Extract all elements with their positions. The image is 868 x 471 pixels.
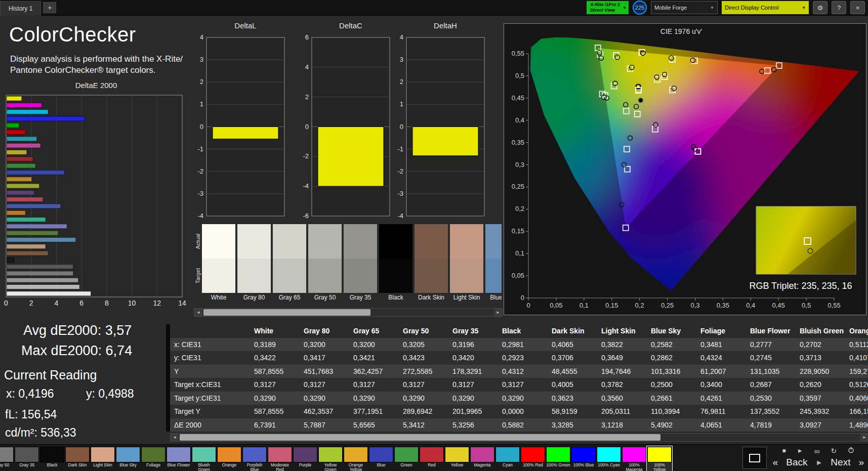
patch-color [192, 447, 216, 462]
power-icon[interactable] [848, 447, 854, 455]
swatch-scrollbar[interactable]: ◄ ► [194, 308, 503, 317]
stop-icon[interactable]: ■ [782, 447, 786, 454]
toolbar-patch-Foliage[interactable]: Foliage [141, 446, 166, 471]
table-cell: 5,3256 [448, 418, 498, 432]
toolbar-patch-Blue Sky[interactable]: Blue Sky [115, 446, 141, 471]
column-header: Light Skin [597, 324, 647, 338]
deltae-chart-title: DeltaE 2000 [0, 81, 192, 90]
de-bar-Magenta [7, 143, 40, 148]
table-cell: 0,3706 [548, 351, 597, 365]
pattern-toolbar: Gray 50Gray 35BlackDark SkinLight SkinBl… [0, 444, 868, 471]
back-button[interactable]: Back [786, 457, 807, 468]
loop-icon[interactable]: ∞ [814, 447, 820, 455]
toolbar-patch-Green[interactable]: Green [394, 446, 419, 471]
close-button[interactable]: × [850, 1, 865, 14]
table-cell: 0,3481 [696, 338, 746, 352]
table-cell: 0,3290 [448, 392, 498, 405]
next-chevron-icon[interactable]: » [858, 457, 864, 468]
settings-button[interactable]: ⚙ [813, 1, 828, 14]
toolbar-patch-Moderate Red[interactable]: Moderate Red [267, 446, 293, 471]
toolbar-patch-100% Cyan[interactable]: 100% Cyan [596, 446, 622, 471]
play-icon[interactable]: ► [797, 447, 803, 454]
scroll-right-icon[interactable]: ► [860, 434, 868, 441]
patch-swatch-Gray 50: Gray 50 [308, 224, 342, 305]
table-cell: 0,3623 [548, 392, 597, 405]
refresh-icon[interactable]: ↻ [831, 447, 837, 455]
advance-play-icon[interactable]: ► [815, 458, 822, 466]
cie-title: CIE 1976 u'v' [660, 27, 702, 35]
meter-dropdown[interactable]: X-Rite i1Pro 2 Direct View ▼ [587, 1, 629, 14]
row-label: Target x:CIE31 [170, 378, 250, 392]
back-chevron-icon[interactable]: « [773, 457, 778, 468]
toolbar-patch-Dark Skin[interactable]: Dark Skin [65, 446, 90, 471]
table-cell: 0,3290 [349, 392, 399, 405]
svg-text:0,1: 0,1 [580, 302, 589, 309]
pattern-window-icon [749, 454, 760, 462]
scrollbar-thumb[interactable] [180, 434, 660, 441]
table-scrollbar[interactable]: ◄ ► [170, 433, 868, 442]
scroll-right-icon[interactable]: ► [494, 309, 502, 316]
add-tab-button[interactable]: + [43, 2, 56, 13]
table-header-row: WhiteGray 80Gray 65Gray 50Gray 35BlackDa… [170, 324, 868, 338]
toolbar-patch-Cyan[interactable]: Cyan [495, 446, 520, 471]
meter-count-badge[interactable]: 225 [633, 1, 647, 15]
toolbar-patch-100% Yellow[interactable]: 100% Yellow [647, 446, 672, 471]
toolbar-patch-100% Magenta[interactable]: 100% Magenta [622, 446, 647, 471]
patch-swatch-White: White [202, 224, 235, 305]
svg-text:-3: -3 [197, 190, 203, 197]
de-bar-Blue Flower [7, 224, 67, 229]
svg-text:4: 4 [400, 33, 403, 41]
scrollbar-thumb[interactable] [203, 309, 370, 316]
svg-text:-4: -4 [197, 212, 203, 220]
chevron-down-icon: ▼ [623, 6, 627, 10]
history-tab[interactable]: History 1 [0, 1, 41, 16]
actual-color [273, 224, 306, 259]
toolbar-patch-Gray 50[interactable]: Gray 50 [0, 446, 14, 471]
toolbar-patch-Red[interactable]: Red [419, 446, 444, 471]
column-header: Foliage [696, 324, 746, 338]
table-cell: 0,3127 [349, 378, 399, 392]
patch-label: 100% Yellow [647, 463, 672, 471]
next-button[interactable]: Next [831, 457, 850, 468]
row-label: x: CIE31 [170, 338, 250, 352]
toolbar-patch-100% Red[interactable]: 100% Red [520, 446, 546, 471]
svg-text:1: 1 [200, 100, 203, 108]
target-color [415, 259, 448, 293]
toolbar-patch-Black[interactable]: Black [39, 446, 65, 471]
svg-text:0: 0 [305, 123, 309, 131]
toolbar-patch-Magenta[interactable]: Magenta [470, 446, 495, 471]
workflow-dropdown[interactable]: Mobile Forge ▼ [651, 1, 718, 14]
actual-color [344, 224, 377, 259]
table-cell: 0,2500 [647, 378, 696, 392]
scroll-left-icon[interactable]: ◄ [194, 309, 202, 316]
table-cell: 0,3290 [250, 392, 300, 405]
toolbar-patch-Yellow[interactable]: Yellow [444, 446, 470, 471]
scroll-left-icon[interactable]: ◄ [171, 434, 179, 441]
table-cell: 5,7887 [300, 418, 349, 432]
toolbar-patch-100% Blue[interactable]: 100% Blue [571, 446, 596, 471]
table-cell: 377,1951 [349, 405, 399, 418]
toolbar-patch-Purplish Blue[interactable]: Purplish Blue [242, 446, 267, 471]
toolbar-patch-Purple[interactable]: Purple [293, 446, 318, 471]
deltal-chart: 43210-1-2-3-4 [191, 29, 290, 224]
page-title: ColorChecker [9, 23, 136, 46]
toolbar-patch-Orange Yellow[interactable]: Orange Yellow [343, 446, 368, 471]
row-label: ΔE 2000 [170, 418, 250, 432]
display-control-dropdown[interactable]: Direct Display Control ▼ [722, 1, 809, 14]
toolbar-patch-Blue[interactable]: Blue [368, 446, 394, 471]
help-button[interactable]: ? [832, 1, 846, 14]
toolbar-patch-100% Green[interactable]: 100% Green [546, 446, 571, 471]
toolbar-patch-Orange[interactable]: Orange [217, 446, 242, 471]
toolbar-patch-Blue Flower[interactable]: Blue Flower [166, 446, 191, 471]
patch-color [571, 447, 596, 462]
pattern-window-button[interactable] [742, 447, 767, 469]
patch-label: Purplish Blue [242, 463, 267, 471]
toolbar-patch-Bluish Green[interactable]: Bluish Green [191, 446, 217, 471]
de-bar-Red [7, 157, 33, 161]
patch-swatch-Light Skin: Light Skin [450, 224, 483, 305]
toolbar-patch-Light Skin[interactable]: Light Skin [90, 446, 115, 471]
svg-text:-1: -1 [197, 145, 203, 153]
toolbar-patch-Yellow Green[interactable]: Yellow Green [318, 446, 343, 471]
svg-text:0: 0 [526, 302, 530, 309]
toolbar-patch-Gray 35[interactable]: Gray 35 [14, 446, 39, 471]
